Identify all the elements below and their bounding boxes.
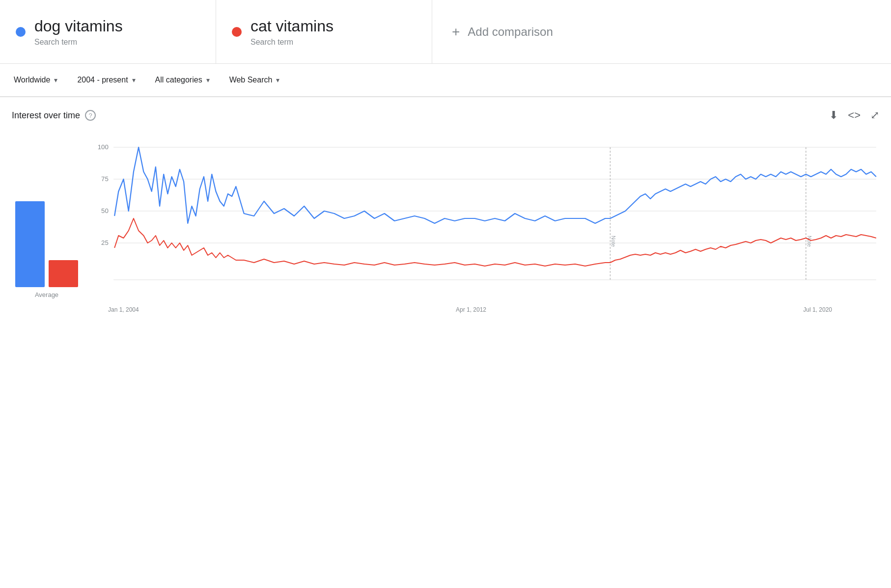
region-chevron: ▾ <box>54 76 57 84</box>
filters-bar: Worldwide ▾ 2004 - present ▾ All categor… <box>0 64 891 97</box>
plus-icon: + <box>452 24 460 40</box>
share-icon[interactable]: ⤢ <box>870 109 879 122</box>
avg-bar-red <box>49 260 78 287</box>
term2-info: cat vitamins Search term <box>251 17 334 46</box>
x-label-2004: Jan 1, 2004 <box>108 306 139 313</box>
svg-text:50: 50 <box>101 207 109 214</box>
x-label-2012: Apr 1, 2012 <box>456 306 486 313</box>
term1-name: dog vitamins <box>34 17 123 35</box>
section-actions: ⬇ <> ⤢ <box>829 109 879 122</box>
red-line <box>114 218 876 266</box>
category-label: All categories <box>155 76 202 84</box>
blue-line <box>114 147 876 223</box>
embed-icon[interactable]: <> <box>848 109 861 122</box>
region-filter[interactable]: Worldwide ▾ <box>12 72 59 88</box>
svg-text:Note: Note <box>611 236 616 247</box>
section-title-area: Interest over time ? <box>12 110 96 121</box>
add-comparison-label: Add comparison <box>468 25 553 39</box>
svg-text:Note: Note <box>807 236 812 247</box>
svg-text:75: 75 <box>101 175 109 183</box>
avg-bars-inner <box>15 164 78 287</box>
chart-area: Average 100 75 50 25 Note Note <box>0 130 891 333</box>
svg-text:100: 100 <box>98 143 109 151</box>
header-bar: dog vitamins Search term cat vitamins Se… <box>0 0 891 64</box>
term2-block[interactable]: cat vitamins Search term <box>216 0 432 63</box>
term1-block[interactable]: dog vitamins Search term <box>0 0 216 63</box>
category-chevron: ▾ <box>206 76 210 84</box>
section-header: Interest over time ? ⬇ <> ⤢ <box>0 97 891 130</box>
line-chart: 100 75 50 25 Note Note <box>88 137 881 304</box>
category-filter[interactable]: All categories ▾ <box>153 72 212 88</box>
type-filter[interactable]: Web Search ▾ <box>227 72 282 88</box>
type-chevron: ▾ <box>276 76 279 84</box>
region-label: Worldwide <box>14 76 50 84</box>
type-label: Web Search <box>229 76 273 84</box>
term1-dot <box>16 27 26 37</box>
x-label-2020: Jul 1, 2020 <box>803 306 832 313</box>
help-icon[interactable]: ? <box>85 110 96 121</box>
main-chart-container: 100 75 50 25 Note Note Jan 1, 2004 Apr 1… <box>88 137 891 313</box>
svg-text:25: 25 <box>101 239 109 246</box>
term2-dot <box>232 27 242 37</box>
time-label: 2004 - present <box>77 76 128 84</box>
x-axis-labels: Jan 1, 2004 Apr 1, 2012 Jul 1, 2020 <box>88 304 881 313</box>
avg-bar-blue <box>15 201 45 287</box>
download-icon[interactable]: ⬇ <box>829 109 838 122</box>
avg-label: Average <box>35 291 58 298</box>
term1-type: Search term <box>34 38 123 47</box>
term2-name: cat vitamins <box>251 17 334 35</box>
avg-bars: Average <box>0 137 88 313</box>
term1-info: dog vitamins Search term <box>34 17 123 46</box>
section-title: Interest over time <box>12 110 80 121</box>
term2-type: Search term <box>251 38 334 47</box>
add-comparison-block[interactable]: + Add comparison <box>432 0 891 63</box>
time-filter[interactable]: 2004 - present ▾ <box>75 72 137 88</box>
time-chevron: ▾ <box>132 76 136 84</box>
